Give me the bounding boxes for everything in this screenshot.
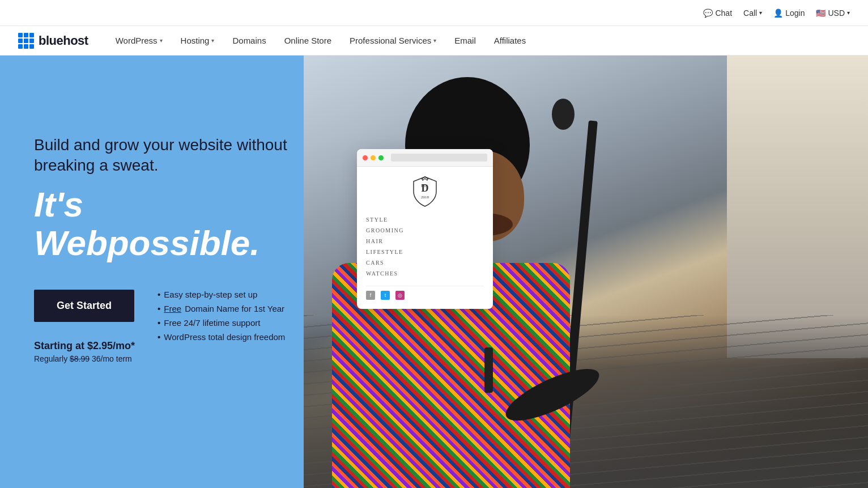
flag-icon: 🇺🇸 bbox=[816, 9, 826, 18]
browser-dot-yellow bbox=[371, 155, 376, 160]
feature-item-1: • Easy step-by-step set up bbox=[158, 290, 285, 299]
handlebar-stem bbox=[484, 347, 493, 393]
chat-link[interactable]: 💬 Chat bbox=[703, 9, 732, 18]
mock-twitter-icon: t bbox=[381, 291, 390, 300]
shield-logo-icon: EST. D 2018 bbox=[411, 176, 439, 207]
nav-item-email[interactable]: Email bbox=[445, 26, 485, 56]
starting-price: Starting at $2.95/mo* bbox=[34, 340, 135, 352]
cta-button-wrapper: Get Started Starting at $2.95/mo* Regula… bbox=[34, 290, 135, 363]
chevron-down-icon: ▾ bbox=[433, 37, 436, 44]
mock-menu-style: STYLE bbox=[366, 214, 484, 225]
nav-item-hosting[interactable]: Hosting ▾ bbox=[172, 26, 224, 56]
top-bar-right: 💬 Chat Call ▾ 👤 Login 🇺🇸 USD ▾ bbox=[703, 9, 850, 18]
mock-social-links: f t ◎ bbox=[366, 286, 484, 300]
bullet-icon: • bbox=[158, 332, 160, 342]
logo-text: bluehost bbox=[39, 33, 88, 48]
person-icon: 👤 bbox=[773, 9, 783, 18]
original-price: $8.99 bbox=[70, 354, 90, 363]
price-term: 36/mo term bbox=[92, 354, 132, 363]
chevron-down-icon: ▾ bbox=[160, 37, 163, 44]
mock-menu-lifestyle: LIFESTYLE bbox=[366, 247, 484, 257]
nav-domains-label: Domains bbox=[232, 36, 266, 45]
nav-item-wordpress[interactable]: WordPress ▾ bbox=[107, 26, 172, 56]
feature-text-3: Free 24/7 lifetime support bbox=[164, 318, 260, 328]
call-arrow-icon: ▾ bbox=[759, 10, 762, 16]
hero-tagline: It's Webpossible. bbox=[34, 185, 317, 262]
nav-item-professional-services[interactable]: Professional Services ▾ bbox=[341, 26, 445, 56]
bullet-icon: • bbox=[158, 304, 160, 313]
chat-icon: 💬 bbox=[703, 9, 713, 18]
nav-wordpress-label: WordPress bbox=[116, 36, 158, 45]
browser-url-bar bbox=[391, 154, 487, 162]
browser-dot-red bbox=[363, 155, 368, 160]
call-label: Call bbox=[743, 9, 757, 18]
mock-instagram-icon: ◎ bbox=[395, 291, 405, 300]
nav-pro-services-label: Professional Services bbox=[350, 36, 431, 45]
feature-item-4: • WordPress total design freedom bbox=[158, 332, 285, 342]
free-text: Free bbox=[164, 304, 181, 313]
svg-text:D: D bbox=[422, 183, 429, 194]
mock-menu-cars: CARS bbox=[366, 257, 484, 268]
chat-label: Chat bbox=[715, 9, 732, 18]
currency-link[interactable]: 🇺🇸 USD ▾ bbox=[816, 9, 850, 18]
mock-site-logo: EST. D 2018 bbox=[366, 176, 484, 207]
regular-label: Regularly bbox=[34, 354, 67, 363]
currency-arrow-icon: ▾ bbox=[847, 10, 850, 16]
feature-text-2: Domain Name for 1st Year bbox=[185, 304, 284, 313]
bullet-icon: • bbox=[158, 290, 160, 299]
mock-website-content: EST. D 2018 STYLE GROOMING HAIR LIFESTYL… bbox=[357, 167, 493, 309]
mock-menu-hair: HAIR bbox=[366, 236, 484, 247]
call-link[interactable]: Call ▾ bbox=[743, 9, 762, 18]
hero-content: Build and grow your website without brea… bbox=[0, 56, 351, 488]
feature-item-3: • Free 24/7 lifetime support bbox=[158, 318, 285, 328]
nav-online-store-label: Online Store bbox=[284, 36, 331, 45]
mock-site-menu: STYLE GROOMING HAIR LIFESTYLE CARS WATCH… bbox=[366, 214, 484, 279]
regular-price: Regularly $8.99 36/mo term bbox=[34, 354, 135, 363]
pricing-area: Starting at $2.95/mo* Regularly $8.99 36… bbox=[34, 340, 135, 363]
hero-cta-area: Get Started Starting at $2.95/mo* Regula… bbox=[34, 290, 317, 363]
feature-text-1: Easy step-by-step set up bbox=[164, 290, 257, 299]
login-link[interactable]: 👤 Login bbox=[773, 9, 805, 18]
nav-email-label: Email bbox=[454, 36, 476, 45]
bg-building bbox=[727, 56, 868, 358]
nav-item-domains[interactable]: Domains bbox=[223, 26, 275, 56]
nav-affiliates-label: Affiliates bbox=[494, 36, 526, 45]
nav-bar: bluehost WordPress ▾ Hosting ▾ Domains O… bbox=[0, 26, 868, 56]
login-label: Login bbox=[785, 9, 805, 18]
mock-website-card: EST. D 2018 STYLE GROOMING HAIR LIFESTYL… bbox=[357, 149, 493, 309]
hero-subtitle: Build and grow your website without brea… bbox=[34, 135, 317, 176]
logo[interactable]: bluehost bbox=[18, 33, 88, 49]
svg-text:2018: 2018 bbox=[421, 195, 429, 200]
nav-item-affiliates[interactable]: Affiliates bbox=[485, 26, 535, 56]
get-started-button[interactable]: Get Started bbox=[34, 290, 134, 322]
mock-browser-bar bbox=[357, 149, 493, 167]
top-bar: 💬 Chat Call ▾ 👤 Login 🇺🇸 USD ▾ bbox=[0, 0, 868, 26]
mock-menu-watches: WATCHES bbox=[366, 268, 484, 279]
feature-item-2: • Free Domain Name for 1st Year bbox=[158, 304, 285, 313]
bullet-icon: • bbox=[158, 318, 160, 328]
features-list: • Easy step-by-step set up • Free Domain… bbox=[158, 290, 285, 346]
currency-label: USD bbox=[828, 9, 845, 18]
mock-menu-grooming: GROOMING bbox=[366, 225, 484, 236]
feature-text-4: WordPress total design freedom bbox=[164, 332, 285, 342]
nav-hosting-label: Hosting bbox=[181, 36, 210, 45]
mock-facebook-icon: f bbox=[366, 291, 375, 300]
logo-grid-icon bbox=[18, 33, 34, 49]
nav-item-online-store[interactable]: Online Store bbox=[275, 26, 341, 56]
hero-section: EST. D 2018 STYLE GROOMING HAIR LIFESTYL… bbox=[0, 56, 868, 488]
chevron-down-icon: ▾ bbox=[211, 37, 214, 44]
browser-dot-green bbox=[378, 155, 384, 160]
